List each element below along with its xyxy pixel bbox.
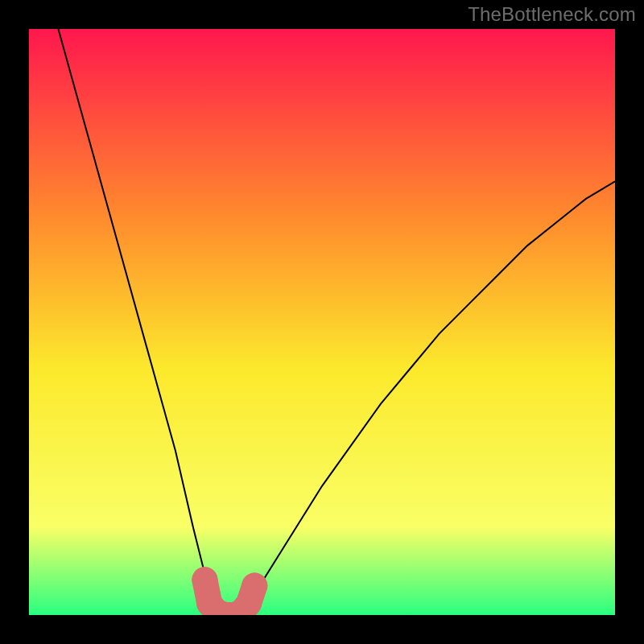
chart-outer-frame: TheBottleneck.com (0, 0, 644, 644)
optimal-range-dot (192, 567, 217, 592)
plot-area (29, 29, 615, 615)
watermark-label: TheBottleneck.com (468, 3, 636, 26)
chart-svg (29, 29, 615, 615)
optimal-range-dot (242, 573, 267, 599)
gradient-background (29, 29, 615, 615)
